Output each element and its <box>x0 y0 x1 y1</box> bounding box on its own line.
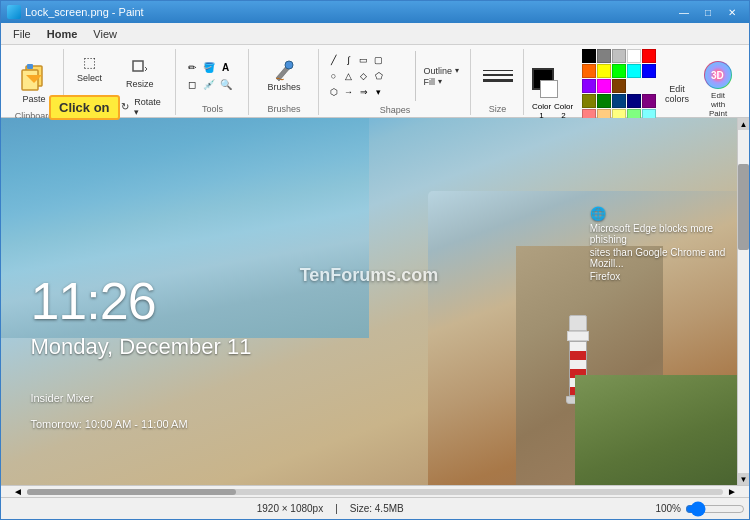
size-content <box>479 49 517 102</box>
diamond-shape[interactable]: ◇ <box>357 69 371 83</box>
rounded-rect-shape[interactable]: ▢ <box>372 53 386 67</box>
eraser-tool[interactable]: ◻ <box>184 76 200 92</box>
main-area: 11:26 Monday, December 11 Insider Mixer … <box>1 118 749 485</box>
paste-label: Paste <box>22 94 45 104</box>
scroll-thumb-h[interactable] <box>27 489 236 495</box>
status-zoom: 100% <box>655 503 681 514</box>
color-swatch[interactable] <box>612 64 626 78</box>
color-swatch[interactable] <box>627 94 641 108</box>
brushes-label: Brushes <box>268 82 301 92</box>
svg-rect-2 <box>27 64 33 69</box>
click-on-badge: Click on <box>49 95 120 120</box>
menu-file[interactable]: File <box>5 26 39 42</box>
pentagon-shape[interactable]: ⬠ <box>372 69 386 83</box>
title-bar: Lock_screen.png - Paint — □ ✕ <box>1 1 749 23</box>
ribbon-group-size: Size <box>473 49 524 115</box>
size-icon <box>483 66 513 86</box>
shapes-row-3: ⬡ → ⇒ ▾ <box>327 85 407 99</box>
color-swatch[interactable] <box>612 79 626 93</box>
tools-content: ✏ 🪣 A ◻ 💉 🔍 <box>184 49 242 102</box>
ribbon-group-brushes: Brushes Brushes <box>251 49 319 115</box>
svg-text:3D: 3D <box>711 70 724 81</box>
color-swatch[interactable] <box>627 49 641 63</box>
brushes-group-label: Brushes <box>268 102 301 115</box>
fill-arrow: ▾ <box>438 77 442 86</box>
window-title: Lock_screen.png - Paint <box>25 6 144 18</box>
close-button[interactable]: ✕ <box>721 4 743 20</box>
status-bar: 1920 × 1080px | Size: 4.5MB 100% <box>1 497 749 519</box>
ls-event-line2: Tomorrow: 10:00 AM - 11:00 AM <box>30 418 187 430</box>
triangle-shape[interactable]: △ <box>342 69 356 83</box>
color-swatch[interactable] <box>582 49 596 63</box>
arrow2-shape[interactable]: ⇒ <box>357 85 371 99</box>
color-swatch[interactable] <box>582 64 596 78</box>
svg-point-4 <box>285 61 293 69</box>
picker-tool[interactable]: 💉 <box>201 76 217 92</box>
outline-button[interactable]: Outline ▾ <box>424 66 464 76</box>
scroll-right-button[interactable]: ► <box>727 486 737 497</box>
status-dimensions: 1920 × 1080px <box>257 503 323 514</box>
brushes-button[interactable]: Brushes <box>257 54 312 97</box>
maximize-button[interactable]: □ <box>697 4 719 20</box>
pencil-tool[interactable]: ✏ <box>184 59 200 75</box>
shapes-area: ╱ ∫ ▭ ▢ ○ △ ◇ ⬠ ⬡ → <box>327 53 407 99</box>
shapes-content: ╱ ∫ ▭ ▢ ○ △ ◇ ⬠ ⬡ → <box>327 49 464 103</box>
ls-event-line1: Insider Mixer <box>30 392 93 404</box>
color-swatch[interactable] <box>627 64 641 78</box>
edit-colors-button[interactable]: Edit colors <box>661 82 693 106</box>
app-window: Lock_screen.png - Paint — □ ✕ File Home … <box>0 0 750 520</box>
shapes-row-1: ╱ ∫ ▭ ▢ <box>327 53 407 67</box>
color-swatch[interactable] <box>612 94 626 108</box>
color-swatch[interactable] <box>642 64 656 78</box>
color-swatch[interactable] <box>582 79 596 93</box>
zoom-slider[interactable] <box>685 502 745 516</box>
color-swatch[interactable] <box>597 94 611 108</box>
paint3d-icon: 3D <box>704 61 732 89</box>
scroll-left-button[interactable]: ◄ <box>13 486 23 497</box>
fill-tool[interactable]: 🪣 <box>201 59 217 75</box>
canvas-area[interactable]: 11:26 Monday, December 11 Insider Mixer … <box>1 118 737 485</box>
curve-shape[interactable]: ∫ <box>342 53 356 67</box>
menu-home[interactable]: Home <box>39 26 86 42</box>
scroll-thumb-v[interactable] <box>738 164 749 250</box>
color-swatch[interactable] <box>612 49 626 63</box>
resize-button[interactable]: Resize <box>111 55 169 92</box>
ribbon-group-tools: ✏ 🪣 A ◻ 💉 🔍 Tools <box>178 49 249 115</box>
rect-shape[interactable]: ▭ <box>357 53 371 67</box>
color-active-pair: Color1 Color2 <box>532 68 574 120</box>
scroll-down-button[interactable]: ▼ <box>738 473 749 485</box>
ls-date: Monday, December 11 <box>30 334 251 360</box>
shapes-row-2: ○ △ ◇ ⬠ <box>327 69 407 83</box>
arrow-shape[interactable]: → <box>342 85 356 99</box>
rotate-button[interactable]: ↻ Rotate ▾ <box>111 94 169 120</box>
select-button[interactable]: ⬚ Select <box>72 49 107 86</box>
outline-arrow: ▾ <box>455 66 459 75</box>
hexagon-shape[interactable]: ⬡ <box>327 85 341 99</box>
menu-view[interactable]: View <box>85 26 125 42</box>
color-swatch[interactable] <box>597 79 611 93</box>
ellipse-shape[interactable]: ○ <box>327 69 341 83</box>
color2-box[interactable] <box>540 80 558 98</box>
color-swatches-row1 <box>582 49 657 93</box>
minimize-button[interactable]: — <box>673 4 695 20</box>
horizontal-scrollbar[interactable]: ◄ ► <box>1 485 749 497</box>
color-swatch[interactable] <box>582 94 596 108</box>
magnify-tool[interactable]: 🔍 <box>218 76 234 92</box>
ls-time: 11:26 <box>30 271 155 331</box>
resize-icon <box>130 58 150 78</box>
title-bar-left: Lock_screen.png - Paint <box>7 5 144 19</box>
vertical-scrollbar[interactable]: ▲ ▼ <box>737 118 749 485</box>
color-swatch[interactable] <box>642 49 656 63</box>
text-tool[interactable]: A <box>218 59 234 75</box>
color-swatch[interactable] <box>597 64 611 78</box>
fill-button[interactable]: Fill ▾ <box>424 77 464 87</box>
lh-lantern <box>569 315 587 331</box>
more-shapes[interactable]: ▾ <box>372 85 386 99</box>
shapes-separator <box>415 51 416 101</box>
color-swatch[interactable] <box>597 49 611 63</box>
line-shape[interactable]: ╱ <box>327 53 341 67</box>
scroll-up-button[interactable]: ▲ <box>738 118 749 130</box>
color-swatch[interactable] <box>642 94 656 108</box>
tools-area: ✏ 🪣 A ◻ 💉 🔍 <box>184 59 242 92</box>
size-area <box>479 66 517 86</box>
